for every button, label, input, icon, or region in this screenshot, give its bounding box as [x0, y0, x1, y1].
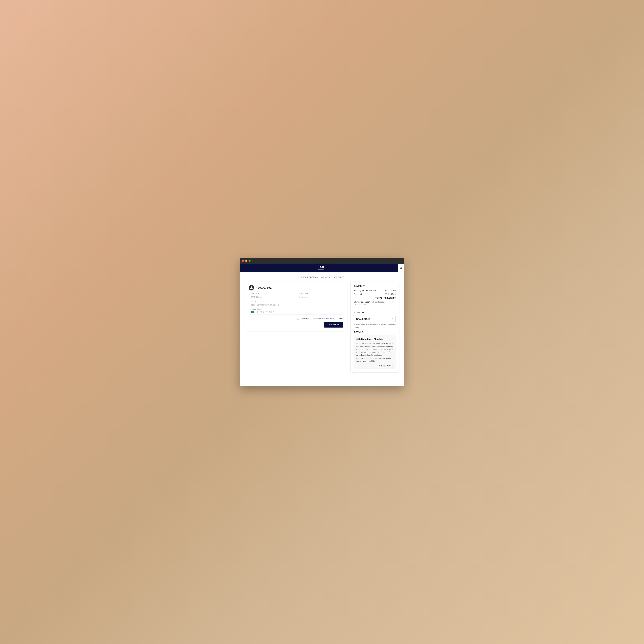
coupon-note: *Coupon discount is only applied to the …	[354, 324, 396, 329]
details-description: A cobrança do valor do plano é feito em …	[356, 342, 393, 363]
terms-checkbox[interactable]	[297, 317, 299, 319]
payment-section-title: PAYMENT:	[354, 285, 396, 287]
header-right-button[interactable]: En	[398, 264, 404, 272]
coupon-section-title: COUPON:	[354, 311, 396, 314]
phone-value: 1 (702) 123-4567	[257, 311, 274, 313]
breadcrumb: SUBSCRIPTION - ALL Signature - Absolute	[245, 276, 399, 278]
starting-suffix: , will be charged	[371, 301, 384, 303]
payment-note: Starting 28/11/2024 , will be charged R$…	[354, 301, 396, 306]
phone-row: *Mobile phone 1 (702) 123-4567	[249, 310, 343, 314]
app-header: All Signature* En	[240, 264, 404, 272]
discount-label: Discount:	[354, 293, 362, 295]
traffic-light-yellow[interactable]	[245, 260, 247, 262]
last-name-value: DEBEER	[299, 295, 341, 298]
discount-row: Discount: -R$ 1.008,00	[354, 293, 396, 295]
traffic-light-green[interactable]	[249, 260, 251, 262]
details-section-title: DETAILS:	[354, 331, 396, 333]
logo-signature-text: Signature*	[318, 269, 326, 270]
first-name-group: *First name IMMANUEL	[249, 294, 295, 299]
total-value: TOTAL: R$ 5.712,00	[375, 297, 396, 299]
checkbox-label-text: I have read and agreed to the	[301, 317, 325, 319]
email-group: *E-mail debeer.immanuel@gmail.com	[249, 302, 343, 307]
phone-separator-dot	[255, 312, 256, 312]
starting-prefix: Starting	[354, 301, 360, 303]
first-name-label: *First name	[250, 293, 260, 294]
person-icon	[250, 286, 253, 289]
phone-label: *Mobile phone	[250, 308, 262, 310]
last-name-field[interactable]: *Last name DEBEER	[297, 294, 343, 299]
panel-header: Personal info	[249, 285, 343, 290]
name-row: *First name IMMANUEL *Last name DEBEER	[249, 294, 343, 299]
terms-checkbox-row: I have read and agreed to the terms and …	[249, 317, 343, 319]
phone-wrapper: 1 (702) 123-4567	[251, 311, 341, 313]
total-row: TOTAL: R$ 5.712,00	[354, 297, 396, 299]
plan-name-label: ALL Signature - Absolute:	[354, 289, 377, 292]
plan-price-value: R$ 6.720,00	[385, 289, 396, 292]
payment-panel: PAYMENT: ALL Signature - Absolute: R$ 6.…	[351, 282, 399, 372]
details-plan-name: ALL Signature – Absolute	[356, 338, 393, 340]
starting-date: 28/11/2024	[361, 301, 370, 303]
traffic-light-red[interactable]	[242, 260, 244, 262]
details-box: ALL Signature – Absolute A cobrança do v…	[354, 335, 396, 369]
main-layout: Personal info *First name IMMANUEL *Last…	[245, 282, 399, 372]
email-value: debeer.immanuel@gmail.com	[251, 303, 341, 306]
coupon-code: BFALLSIG15	[356, 318, 370, 320]
page-content: SUBSCRIPTION - ALL Signature - Absolute …	[240, 272, 404, 386]
personal-info-panel: Personal info *First name IMMANUEL *Last…	[245, 282, 347, 331]
app-logo: All Signature*	[318, 266, 326, 270]
browser-window: All Signature* En SUBSCRIPTION - ALL Sig…	[240, 258, 404, 386]
terms-conditions-link[interactable]: terms and conditions	[326, 317, 343, 319]
user-avatar-icon	[249, 285, 254, 290]
payment-divider	[354, 309, 396, 309]
last-name-label: *Last name	[299, 293, 308, 294]
email-field[interactable]: *E-mail debeer.immanuel@gmail.com	[249, 302, 343, 307]
browser-titlebar	[240, 258, 404, 264]
continue-btn-row: CONTINUE	[249, 322, 343, 328]
email-row: *E-mail debeer.immanuel@gmail.com	[249, 302, 343, 307]
continue-button[interactable]: CONTINUE	[324, 322, 343, 328]
coupon-input-row: BFALLSIG15 ×	[354, 316, 396, 322]
coupon-remove-button[interactable]: ×	[392, 317, 393, 320]
first-name-value: IMMANUEL	[251, 295, 293, 298]
discount-value: -R$ 1.008,00	[384, 293, 396, 295]
starting-charge: R$ 6.720,00/year.	[354, 304, 369, 306]
plan-price-row: ALL Signature - Absolute: R$ 6.720,00	[354, 289, 396, 292]
first-name-field[interactable]: *First name IMMANUEL	[249, 294, 295, 299]
logo-all-text: All	[318, 266, 326, 269]
last-name-group: *Last name DEBEER	[297, 294, 343, 299]
phone-field[interactable]: *Mobile phone 1 (702) 123-4567	[249, 310, 343, 314]
country-flag-icon	[251, 311, 254, 313]
phone-group: *Mobile phone 1 (702) 123-4567	[249, 310, 343, 314]
panel-title: Personal info	[256, 286, 272, 289]
details-price: R$ 6.720,00/year	[356, 365, 393, 367]
email-label: *E-mail	[250, 301, 257, 302]
